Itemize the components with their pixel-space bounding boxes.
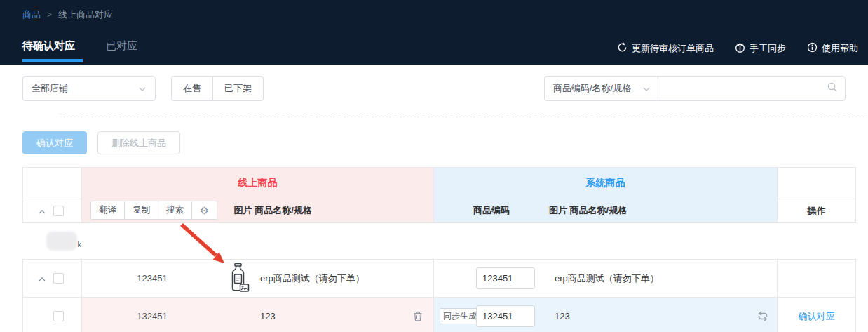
system-code-input[interactable] bbox=[476, 305, 535, 327]
bulk-action-toolbar: 确认对应 删除线上商品 bbox=[22, 131, 868, 154]
row-checkbox[interactable] bbox=[53, 273, 64, 284]
sub-header-row: 翻译 复制 搜索 ⚙ 图片 商品名称/规格 商品编码 图片 商品名称/规格 操作 bbox=[23, 199, 856, 223]
row-checkbox[interactable] bbox=[53, 311, 64, 321]
delete-online-product-button[interactable]: 删除线上商品 bbox=[97, 131, 180, 154]
trash-icon[interactable] bbox=[412, 310, 423, 322]
online-product-cell: 123451 erp商品测试（请勿下单） bbox=[82, 260, 434, 298]
online-product-name: erp商品测试（请勿下单） bbox=[255, 272, 402, 285]
breadcrumb-current: 线上商品对应 bbox=[58, 8, 113, 21]
update-pending-orders-label: 更新待审核订单商品 bbox=[632, 42, 714, 55]
active-tab-underline bbox=[22, 59, 83, 62]
group-header-row: 线上商品 系统商品 bbox=[23, 168, 856, 199]
manual-sync-button[interactable]: 手工同步 bbox=[735, 42, 786, 55]
online-product-name: 123 bbox=[255, 311, 402, 321]
select-all-checkbox[interactable] bbox=[53, 206, 64, 216]
dashed-divider bbox=[60, 117, 868, 117]
select-all-cell bbox=[23, 199, 82, 223]
online-product-code: 123451 bbox=[82, 273, 222, 284]
search-input[interactable] bbox=[665, 84, 827, 94]
tab-bar: 待确认对应 已对应 bbox=[22, 39, 137, 53]
shop-group-row: k bbox=[23, 223, 856, 260]
chevron-down-icon bbox=[642, 84, 651, 94]
search-group: 商品编码/名称/规格 bbox=[544, 76, 846, 101]
group-header-select-cell bbox=[23, 168, 82, 199]
help-button[interactable]: 使用帮助 bbox=[807, 42, 858, 55]
system-product-name: erp商品测试（请勿下单） bbox=[549, 272, 749, 285]
confirm-mapping-link[interactable]: 确认对应 bbox=[778, 310, 855, 323]
search-field-value: 商品编码/名称/规格 bbox=[553, 82, 631, 95]
system-code-column-header: 商品编码 bbox=[434, 204, 549, 217]
search-icon[interactable] bbox=[827, 81, 838, 95]
breadcrumb: 商品 > 线上商品对应 bbox=[22, 8, 113, 21]
caret-spacer bbox=[39, 314, 46, 319]
delisted-button[interactable]: 已下架 bbox=[212, 76, 264, 101]
help-label: 使用帮助 bbox=[822, 42, 858, 55]
translate-button[interactable]: 翻译 bbox=[91, 201, 125, 219]
search-box bbox=[658, 77, 845, 100]
sync-upload-icon bbox=[735, 42, 745, 55]
topbar-actions: 更新待审核订单商品 手工同步 使用帮助 bbox=[617, 42, 858, 55]
table-row: 123451 erp商品测试（请勿下单） bbox=[23, 260, 856, 298]
swap-icon[interactable] bbox=[756, 310, 770, 322]
collapse-caret-icon[interactable] bbox=[39, 273, 46, 284]
topbar: 商品 > 线上商品对应 待确认对应 已对应 更新待审核订单商品 手工同步 使用帮… bbox=[0, 0, 868, 65]
row-select-cell bbox=[23, 260, 82, 298]
shop-select[interactable]: 全部店铺 bbox=[22, 76, 156, 101]
shop-select-value: 全部店铺 bbox=[32, 82, 68, 95]
group-header-action-cell bbox=[778, 168, 856, 199]
refresh-icon bbox=[617, 42, 628, 55]
online-tools-group: 翻译 复制 搜索 ⚙ bbox=[90, 201, 217, 220]
system-subheader-cell: 商品编码 图片 商品名称/规格 bbox=[434, 199, 778, 223]
online-product-code: 132451 bbox=[82, 311, 222, 321]
system-product-cell: erp商品测试（请勿下单） bbox=[434, 260, 778, 298]
row-action-cell: 确认对应 bbox=[778, 298, 856, 332]
redacted-shop-name bbox=[46, 232, 77, 251]
breadcrumb-separator: > bbox=[47, 10, 52, 20]
search-field-select[interactable]: 商品编码/名称/规格 bbox=[545, 77, 658, 100]
system-product-cell: 同步生成 123 bbox=[434, 298, 778, 332]
confirm-mapping-button[interactable]: 确认对应 bbox=[22, 131, 87, 154]
help-icon bbox=[807, 42, 818, 55]
search-tool-button[interactable]: 搜索 bbox=[158, 201, 192, 219]
online-name-column-header: 图片 商品名称/规格 bbox=[234, 204, 312, 217]
on-sale-button[interactable]: 在售 bbox=[171, 76, 212, 101]
update-pending-orders-button[interactable]: 更新待审核订单商品 bbox=[617, 42, 714, 55]
shop-name-glyph: k bbox=[78, 240, 82, 248]
row-action-cell bbox=[778, 260, 856, 298]
tab-pending-mapping[interactable]: 待确认对应 bbox=[22, 39, 75, 53]
table-row: 132451 123 同步生成 123 bbox=[23, 298, 856, 332]
collapse-caret-icon[interactable] bbox=[39, 204, 46, 217]
online-product-cell: 132451 123 bbox=[82, 298, 434, 332]
manual-sync-label: 手工同步 bbox=[750, 42, 786, 55]
sync-generated-tag: 同步生成 bbox=[440, 308, 480, 324]
online-product-group-header: 线上商品 bbox=[82, 168, 434, 199]
status-filter-group: 在售 已下架 bbox=[171, 76, 264, 101]
system-product-name: 123 bbox=[549, 311, 749, 321]
bottle-product-image-icon[interactable] bbox=[227, 263, 250, 295]
breadcrumb-root-link[interactable]: 商品 bbox=[22, 8, 41, 21]
system-name-column-header: 图片 商品名称/规格 bbox=[549, 204, 749, 217]
copy-button[interactable]: 复制 bbox=[125, 201, 158, 219]
gear-icon[interactable]: ⚙ bbox=[192, 201, 217, 219]
tab-mapped[interactable]: 已对应 bbox=[106, 39, 137, 53]
filter-row: 全部店铺 在售 已下架 商品编码/名称/规格 bbox=[22, 76, 846, 101]
action-column-header: 操作 bbox=[808, 206, 826, 216]
shop-group-cell: k bbox=[23, 223, 856, 260]
product-mapping-table: 线上商品 系统商品 翻译 复制 搜索 ⚙ 图片 商品名称/规格 bbox=[22, 167, 856, 332]
system-product-group-header: 系统商品 bbox=[434, 168, 778, 199]
online-subheader-cell: 翻译 复制 搜索 ⚙ 图片 商品名称/规格 bbox=[82, 199, 434, 223]
chevron-down-icon bbox=[138, 84, 147, 94]
action-column-header-cell: 操作 bbox=[778, 199, 856, 223]
row-select-cell bbox=[23, 298, 82, 332]
system-code-input[interactable] bbox=[476, 267, 535, 289]
